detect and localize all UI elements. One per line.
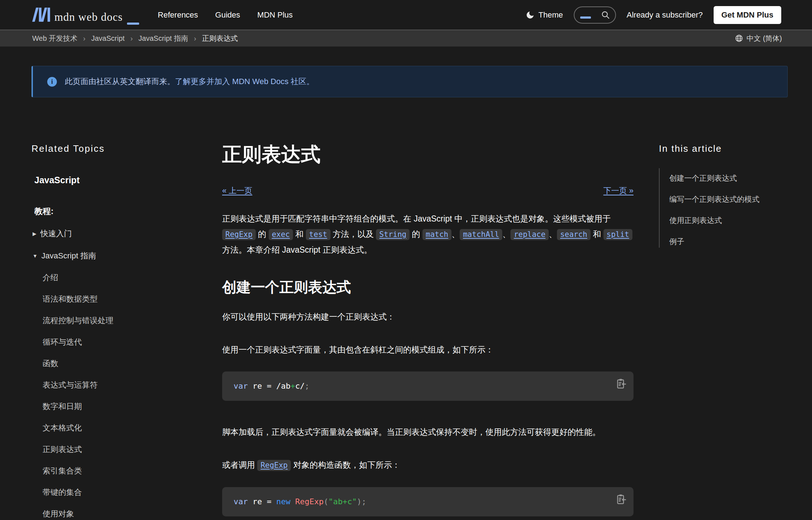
breadcrumb-item: JavaScript 指南 › [138, 34, 202, 43]
sidebar-item[interactable]: 使用对象 [43, 510, 189, 518]
sidebar-item[interactable]: 索引集合类 [43, 467, 189, 475]
sidebar-item[interactable]: 文本格式化 [43, 424, 189, 432]
code-token: var [234, 382, 248, 390]
inline-code-link[interactable]: String [376, 229, 410, 240]
info-icon: i [47, 77, 57, 87]
sidebar-guide-pages: 介绍语法和数据类型流程控制与错误处理循环与迭代函数表达式与运算符数字和日期文本格… [31, 273, 189, 518]
copy-code-button[interactable] [613, 376, 628, 392]
banner-community-link[interactable]: 了解更多并加入 MDN Web Docs 社区。 [175, 77, 314, 86]
next-page-link[interactable]: 下一页 » [603, 186, 634, 195]
code-token: "ab+c" [328, 497, 357, 506]
sidebar-section-js-guide[interactable]: ▼ JavaScript 指南 [33, 251, 96, 261]
search-cursor [580, 16, 591, 19]
moon-icon [525, 10, 535, 20]
sidebar-item[interactable]: 流程控制与错误处理 [43, 316, 189, 325]
code-token: ); [357, 497, 366, 506]
nav-item[interactable]: MDN Plus [257, 10, 293, 20]
search-icon [601, 10, 610, 20]
copy-icon [615, 378, 627, 390]
in-this-article-toc: In this article 创建一个正则表达式编写一个正则表达式的模式使用正… [659, 143, 791, 248]
sidebar-item[interactable]: 表达式与运算符 [43, 381, 189, 389]
pager: « 上一页 下一页 » [222, 186, 634, 195]
inline-code-link[interactable]: match [422, 229, 451, 240]
text-segment: 、 [502, 229, 510, 239]
chevron-right-icon: ▶ [33, 229, 36, 238]
sidebar-section-quickstart[interactable]: ▶ 快速入门 [33, 229, 72, 238]
code-token: re [248, 497, 267, 506]
code-token: = [267, 382, 277, 390]
text-segment: 对象的构造函数，如下所示： [291, 460, 400, 470]
code-token: RegExp [295, 497, 323, 506]
inline-code-link[interactable]: replace [510, 229, 549, 240]
prev-page-link[interactable]: « 上一页 [222, 186, 252, 195]
breadcrumb-link[interactable]: 正则表达式 [202, 34, 238, 43]
breadcrumb-link[interactable]: JavaScript [91, 34, 124, 43]
brand-cursor [127, 23, 139, 25]
breadcrumb-bar: Web 开发技术 › JavaScript › JavaScript 指南 › … [0, 30, 812, 47]
sidebar-root-javascript[interactable]: JavaScript [34, 175, 189, 185]
text-segment: 、 [549, 229, 557, 239]
theme-label: Theme [538, 10, 563, 20]
paragraph: 脚本加载后，正则表达式字面量就会被编译。当正则表达式保持不变时，使用此方法可获得… [222, 426, 634, 438]
inline-code-link[interactable]: exec [269, 229, 293, 240]
article: 正则表达式 « 上一页 下一页 » 正则表达式是用于匹配字符串中字符组合的模式。… [222, 142, 634, 520]
code-token: ; [305, 382, 309, 390]
text-segment: 方法。本章介绍 JavaScript 正则表达式。 [222, 245, 372, 254]
sidebar-item[interactable]: 循环与迭代 [43, 338, 189, 346]
code-token: /ab [276, 382, 290, 390]
toc-title: In this article [659, 143, 791, 154]
paragraph: 或者调用 RegExp 对象的构造函数，如下所示： [222, 459, 634, 471]
inline-code-link[interactable]: split [603, 229, 632, 240]
mdn-logo[interactable]: mdn web docs [32, 8, 139, 23]
sidebar-item[interactable]: 带键的集合 [43, 488, 189, 497]
code-token: var [234, 497, 248, 506]
sidebar-group-tutorials: 教程: [34, 206, 189, 216]
code-block-literal: var re = /ab+c/; [222, 371, 634, 401]
get-mdn-plus-button[interactable]: Get MDN Plus [714, 6, 781, 24]
language-switcher[interactable]: 中文 (简体) [735, 34, 782, 43]
code-token: re [248, 382, 267, 390]
nav-item[interactable]: References [158, 10, 198, 20]
sidebar-item[interactable]: 正则表达式 [43, 445, 189, 454]
code-token: + [290, 382, 295, 390]
inline-code-link[interactable]: search [557, 229, 591, 240]
text-segment: 正则表达式是用于匹配字符串中字符组合的模式。在 JavaScript 中，正则表… [222, 214, 611, 223]
toc-item[interactable]: 编写一个正则表达式的模式 [669, 195, 791, 203]
chevron-down-icon: ▼ [33, 251, 38, 261]
sidebar-item[interactable]: 函数 [43, 359, 189, 368]
toc-item[interactable]: 创建一个正则表达式 [669, 174, 791, 182]
nav-item[interactable]: Guides [215, 10, 240, 20]
code-block-constructor: var re = new RegExp("ab+c"); [222, 487, 634, 516]
theme-toggle[interactable]: Theme [525, 10, 563, 20]
sidebar-title: Related Topics [31, 143, 189, 154]
sidebar-item[interactable]: 语法和数据类型 [43, 295, 189, 303]
copy-icon [615, 494, 627, 505]
globe-icon [735, 34, 743, 43]
code-token [290, 497, 295, 506]
mdn-logo-icon [32, 8, 50, 22]
inline-code-link[interactable]: test [306, 229, 331, 240]
toc-list: 创建一个正则表达式编写一个正则表达式的模式使用正则表达式例子 [659, 168, 791, 248]
banner-message: 此页面由社区从英文翻译而来。 [65, 77, 175, 86]
sidebar-item[interactable]: 介绍 [43, 273, 189, 282]
toc-item[interactable]: 例子 [669, 237, 791, 246]
search-box[interactable] [574, 6, 616, 24]
breadcrumb-separator: › [83, 34, 85, 43]
paragraph: 你可以使用以下两种方法构建一个正则表达式： [222, 311, 634, 323]
inline-code-link[interactable]: RegExp [222, 229, 256, 240]
inline-code-link[interactable]: matchAll [460, 229, 502, 240]
text-segment: 和 [293, 229, 306, 239]
code-token: new [276, 497, 290, 506]
language-label: 中文 (简体) [747, 34, 782, 43]
inline-code-link[interactable]: RegExp [257, 460, 291, 471]
breadcrumb-item: 正则表达式 › [202, 34, 238, 43]
copy-code-button[interactable] [613, 491, 628, 507]
breadcrumb: Web 开发技术 › JavaScript › JavaScript 指南 › … [32, 34, 238, 43]
code-content: var re = new RegExp("ab+c"); [234, 497, 366, 506]
breadcrumb-link[interactable]: Web 开发技术 [32, 34, 77, 43]
breadcrumb-link[interactable]: JavaScript 指南 [138, 34, 188, 43]
header-actions: Theme Already a subscriber? Get MDN Plus [525, 6, 781, 24]
code-content: var re = /ab+c/; [234, 382, 309, 390]
sidebar-item[interactable]: 数字和日期 [43, 402, 189, 411]
toc-item[interactable]: 使用正则表达式 [669, 216, 791, 224]
